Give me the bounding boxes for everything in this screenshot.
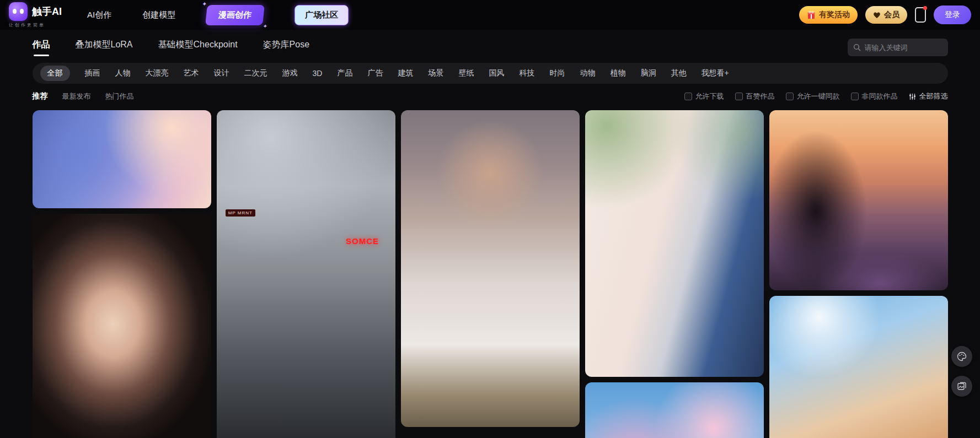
tentacle-mascot-icon (9, 2, 28, 21)
category-chinese-style[interactable]: 国风 (489, 68, 504, 78)
artwork-card-white-blouse-portrait[interactable] (401, 110, 580, 427)
nav-comic-create[interactable]: 漫画创作 (205, 5, 265, 25)
category-design[interactable]: 设计 (214, 68, 229, 78)
floating-palette-button[interactable] (951, 346, 972, 367)
login-button[interactable]: 登录 (934, 6, 971, 24)
checkbox-label: 非同款作品 (862, 91, 898, 101)
tab-pose[interactable]: 姿势库Pose (263, 39, 309, 56)
gallery-column (769, 110, 948, 438)
filter-group: 允许下载 百赞作品 允许一键同款 非同款作品 全部筛选 (684, 91, 948, 101)
mobile-app-icon[interactable] (915, 7, 926, 23)
sort-recommended[interactable]: 推荐 (33, 91, 48, 101)
category-other[interactable]: 其他 (671, 68, 686, 78)
category-wallpaper[interactable]: 壁纸 (458, 68, 474, 78)
category-bar: 全部 插画 人物 大漂亮 艺术 设计 二次元 游戏 3D 产品 广告 建筑 场景… (33, 63, 948, 84)
main-nav: AI创作 创建模型 漫画创作 广场社区 (87, 5, 349, 25)
section-tabs: 作品 叠加模型LoRA 基础模型Checkpoint 姿势库Pose (33, 39, 310, 56)
mall-sign-text: MP MRNT (226, 209, 255, 217)
sort-newest[interactable]: 最新发布 (62, 91, 91, 101)
checkbox-label: 百赞作品 (746, 91, 775, 101)
member-label: 会员 (884, 10, 899, 20)
images-icon (957, 381, 967, 391)
gallery-column: MP MRNT SOMCE (217, 110, 395, 438)
tab-label: 叠加模型LoRA (76, 39, 133, 51)
member-button[interactable]: 会员 (865, 6, 907, 24)
active-tab-underline (34, 55, 49, 56)
palette-icon (957, 352, 967, 361)
activity-button[interactable]: 有奖活动 (799, 6, 858, 24)
page-content: 作品 叠加模型LoRA 基础模型Checkpoint 姿势库Pose (33, 39, 948, 438)
checkbox-box[interactable] (851, 93, 859, 100)
artwork-card-sunset-man[interactable] (769, 110, 948, 290)
checkbox-box[interactable] (684, 93, 692, 100)
category-scene[interactable]: 场景 (428, 68, 443, 78)
all-filters-button[interactable]: 全部筛选 (909, 91, 948, 101)
artwork-card-anime-girl-sea[interactable] (33, 110, 211, 208)
tab-label: 姿势库Pose (263, 39, 309, 51)
nav-community[interactable]: 广场社区 (294, 5, 349, 25)
checkbox-label: 允许下载 (695, 91, 724, 101)
artwork-card-pink-flowers[interactable] (585, 382, 764, 438)
checkbox-box[interactable] (786, 93, 794, 100)
category-want-more[interactable]: 我想看+ (701, 68, 729, 78)
category-person[interactable]: 人物 (115, 68, 131, 78)
tab-checkpoint[interactable]: 基础模型Checkpoint (158, 39, 238, 56)
gallery-column (33, 110, 211, 438)
category-fashion[interactable]: 时尚 (549, 68, 565, 78)
category-animal[interactable]: 动物 (580, 68, 595, 78)
neon-sign-text: SOMCE (346, 236, 379, 246)
tab-lora[interactable]: 叠加模型LoRA (76, 39, 133, 56)
brand-tagline: 让创作更简单 (9, 22, 62, 28)
gift-icon (807, 10, 816, 19)
artwork-card-street-white-dress[interactable]: MP MRNT SOMCE (217, 110, 395, 438)
checkbox-hundred-likes[interactable]: 百赞作品 (735, 91, 775, 101)
category-all[interactable]: 全部 (40, 66, 70, 81)
sort-hot[interactable]: 热门作品 (105, 91, 134, 101)
checkbox-allow-download[interactable]: 允许下载 (684, 91, 724, 101)
sliders-icon (909, 93, 916, 100)
sort-options: 推荐 最新发布 热门作品 (33, 91, 134, 101)
sort-row: 推荐 最新发布 热门作品 允许下载 百赞作品 允许一键同款 非同款作品 (33, 91, 948, 101)
checkbox-allow-same[interactable]: 允许一键同款 (786, 91, 840, 101)
artwork-card-dark-hair-portrait[interactable] (33, 214, 211, 438)
artwork-card-sky-girl-portrait[interactable] (769, 296, 948, 438)
nav-ai-create[interactable]: AI创作 (87, 10, 111, 20)
category-creative[interactable]: 脑洞 (640, 68, 656, 78)
tab-works[interactable]: 作品 (33, 39, 50, 56)
checkbox-box[interactable] (735, 93, 743, 100)
tabs-row: 作品 叠加模型LoRA 基础模型Checkpoint 姿势库Pose (33, 39, 948, 56)
category-plant[interactable]: 植物 (610, 68, 625, 78)
search-input[interactable] (865, 44, 962, 52)
floating-gallery-button[interactable] (951, 376, 972, 397)
category-ad[interactable]: 广告 (367, 68, 383, 78)
activity-label: 有奖活动 (819, 10, 850, 20)
artwork-card-wedding-couple[interactable] (585, 110, 764, 377)
all-filters-label: 全部筛选 (919, 91, 948, 101)
category-product[interactable]: 产品 (337, 68, 352, 78)
artwork-gallery: MP MRNT SOMCE (33, 110, 948, 438)
login-label: 登录 (945, 10, 960, 20)
category-tech[interactable]: 科技 (519, 68, 534, 78)
nav-create-model[interactable]: 创建模型 (142, 10, 175, 20)
category-beauty[interactable]: 大漂亮 (146, 68, 169, 78)
gallery-column (401, 110, 580, 438)
tab-label: 作品 (33, 39, 50, 51)
search-box[interactable] (848, 39, 948, 56)
category-art[interactable]: 艺术 (184, 68, 199, 78)
checkbox-non-same[interactable]: 非同款作品 (851, 91, 898, 101)
category-architecture[interactable]: 建筑 (398, 68, 413, 78)
brand-name: 触手AI (32, 5, 62, 18)
category-anime[interactable]: 二次元 (244, 68, 267, 78)
category-game[interactable]: 游戏 (282, 68, 298, 78)
tab-label: 基础模型Checkpoint (158, 39, 238, 51)
category-3d[interactable]: 3D (313, 69, 323, 78)
category-illustration[interactable]: 插画 (85, 68, 100, 78)
heart-badge-icon (873, 12, 881, 19)
top-navbar: 触手AI 让创作更简单 AI创作 创建模型 漫画创作 广场社区 有奖活动 会员 … (0, 0, 980, 30)
brand-logo[interactable]: 触手AI 让创作更简单 (9, 2, 62, 28)
search-icon (853, 44, 861, 51)
navbar-actions: 有奖活动 会员 登录 (799, 6, 971, 24)
checkbox-label: 允许一键同款 (797, 91, 840, 101)
gallery-column (585, 110, 764, 438)
